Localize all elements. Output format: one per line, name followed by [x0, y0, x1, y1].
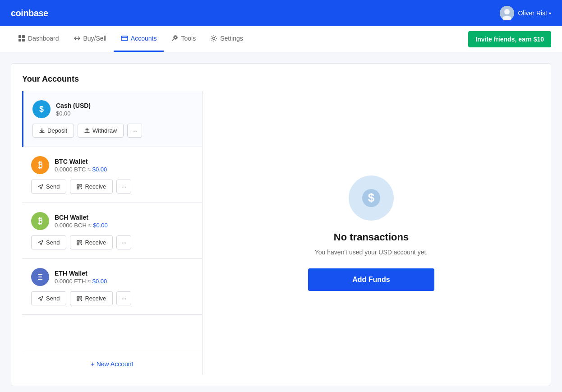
upload-icon — [84, 128, 90, 134]
nav-label-tools: Tools — [181, 35, 196, 42]
settings-icon — [210, 35, 217, 42]
account-item-bch[interactable]: ₿ BCH Wallet 0.0000 BCH ≈ $0.00 — [22, 203, 202, 259]
svg-point-8 — [175, 37, 177, 39]
qr-icon — [77, 184, 82, 189]
svg-rect-5 — [18, 39, 21, 42]
chevron-down-icon: ▾ — [549, 11, 551, 16]
add-funds-button[interactable]: Add Funds — [308, 268, 434, 291]
nav-label-dashboard: Dashboard — [28, 35, 59, 42]
no-transactions-description: You haven't used your USD account yet. — [315, 249, 428, 256]
account-list-wrapper: $ Cash (USD) $0.00 Deposit — [22, 91, 203, 375]
svg-rect-30 — [81, 297, 81, 297]
accounts-card: Your Accounts $ Cash (USD) $0.00 — [11, 63, 551, 386]
svg-rect-25 — [81, 244, 82, 245]
send-icon — [38, 296, 43, 301]
accounts-title: Your Accounts — [22, 74, 540, 84]
svg-point-1 — [504, 9, 510, 14]
eth-more-button[interactable]: ··· — [116, 291, 131, 305]
btc-send-button[interactable]: Send — [31, 180, 66, 194]
svg-rect-33 — [81, 300, 82, 301]
transaction-panel: $ No transactions You haven't used your … — [203, 91, 540, 375]
nav-item-accounts[interactable]: Accounts — [114, 26, 164, 52]
btc-account-name: BTC Wallet — [55, 158, 193, 165]
deposit-button[interactable]: Deposit — [32, 124, 74, 138]
eth-account-name: ETH Wallet — [55, 270, 193, 277]
buysell-icon — [74, 35, 81, 42]
eth-icon: Ξ — [31, 268, 49, 286]
bch-send-button[interactable]: Send — [31, 235, 66, 249]
bch-receive-button[interactable]: Receive — [70, 235, 113, 249]
accounts-icon — [121, 35, 128, 42]
accounts-layout: $ Cash (USD) $0.00 Deposit — [22, 91, 540, 375]
nav-item-buysell[interactable]: Buy/Sell — [66, 26, 114, 52]
dashboard-icon — [18, 35, 25, 42]
no-transactions-title: No transactions — [334, 231, 409, 243]
download-icon — [39, 128, 45, 134]
nav-label-buysell: Buy/Sell — [83, 35, 106, 42]
bch-icon: ₿ — [31, 212, 49, 230]
svg-rect-14 — [81, 185, 81, 185]
nav-links: Dashboard Buy/Sell Accounts Tools — [11, 26, 250, 52]
svg-rect-3 — [18, 35, 21, 38]
nav-item-dashboard[interactable]: Dashboard — [11, 26, 66, 52]
svg-rect-21 — [78, 241, 78, 241]
usd-more-button[interactable]: ··· — [127, 124, 142, 138]
usd-account-balance: $0.00 — [56, 110, 193, 117]
header-left: coinbase — [11, 8, 48, 18]
avatar — [500, 6, 514, 20]
svg-rect-31 — [78, 300, 78, 300]
qr-icon — [77, 296, 82, 301]
bch-account-balance: 0.0000 BCH ≈ $0.00 — [55, 222, 193, 229]
svg-rect-6 — [22, 39, 25, 42]
navbar: Dashboard Buy/Sell Accounts Tools — [0, 26, 562, 52]
no-transactions-icon: $ — [349, 175, 394, 221]
svg-rect-29 — [78, 297, 78, 297]
usd-actions: Deposit Withdraw ··· — [32, 124, 193, 138]
new-account-button[interactable]: + New Account — [22, 353, 202, 375]
user-name[interactable]: Oliver Rist ▾ — [518, 9, 551, 17]
eth-receive-button[interactable]: Receive — [70, 291, 113, 305]
nav-item-settings[interactable]: Settings — [203, 26, 250, 52]
usd-account-name: Cash (USD) — [56, 102, 193, 109]
account-item-btc[interactable]: ₿ BTC Wallet 0.0000 BTC ≈ $0.00 — [22, 147, 202, 203]
bch-actions: Send — [31, 235, 193, 249]
btc-receive-button[interactable]: Receive — [70, 180, 113, 194]
header: coinbase Oliver Rist ▾ — [0, 0, 562, 26]
logo: coinbase — [11, 8, 48, 18]
invite-button[interactable]: Invite friends, earn $10 — [468, 31, 551, 47]
svg-rect-23 — [78, 244, 78, 244]
btc-account-balance: 0.0000 BTC ≈ $0.00 — [55, 166, 193, 173]
eth-send-button[interactable]: Send — [31, 291, 66, 305]
usd-icon: $ — [32, 100, 51, 118]
withdraw-button[interactable]: Withdraw — [78, 124, 124, 138]
svg-rect-13 — [78, 185, 78, 185]
bch-account-name: BCH Wallet — [55, 214, 193, 221]
btc-icon: ₿ — [31, 156, 49, 174]
tools-icon — [171, 35, 178, 42]
eth-account-balance: 0.0000 ETH ≈ $0.00 — [55, 278, 193, 285]
account-item-eth[interactable]: Ξ ETH Wallet 0.0000 ETH ≈ $0.00 — [22, 259, 202, 315]
main-content: Your Accounts $ Cash (USD) $0.00 — [0, 52, 562, 392]
send-icon — [38, 184, 43, 189]
header-right: Oliver Rist ▾ — [500, 6, 551, 20]
btc-more-button[interactable]: ··· — [116, 180, 131, 194]
eth-actions: Send — [31, 291, 193, 305]
btc-actions: Send — [31, 180, 193, 194]
nav-label-accounts: Accounts — [131, 35, 157, 42]
svg-rect-22 — [81, 241, 81, 241]
nav-item-tools[interactable]: Tools — [164, 26, 203, 52]
svg-point-9 — [213, 37, 215, 40]
bch-more-button[interactable]: ··· — [116, 235, 131, 249]
svg-rect-7 — [121, 36, 128, 41]
svg-rect-17 — [81, 188, 82, 189]
account-list: $ Cash (USD) $0.00 Deposit — [22, 91, 202, 353]
qr-icon — [77, 240, 82, 245]
svg-rect-15 — [78, 188, 78, 188]
svg-text:$: $ — [368, 191, 375, 204]
svg-rect-4 — [22, 35, 25, 38]
account-item-usd[interactable]: $ Cash (USD) $0.00 Deposit — [22, 91, 202, 147]
send-icon — [38, 240, 43, 245]
nav-label-settings: Settings — [220, 35, 243, 42]
